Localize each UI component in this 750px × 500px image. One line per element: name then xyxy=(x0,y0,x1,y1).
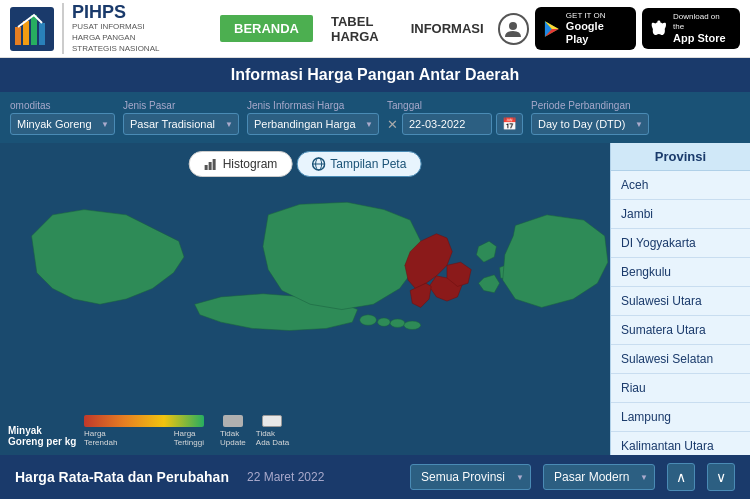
google-play-icon xyxy=(543,20,561,38)
bottom-date-text: 22 Maret 2022 xyxy=(247,470,324,484)
histogram-button[interactable]: Histogram xyxy=(189,151,293,177)
app-store-text: Download on the App Store xyxy=(673,12,732,44)
tanggal-label: Tanggal xyxy=(387,100,523,111)
periode-select-wrapper: Day to Day (DTD) xyxy=(531,113,649,135)
province-item-jambi[interactable]: Jambi xyxy=(611,200,750,229)
map-icon xyxy=(311,157,325,171)
tanggal-filter: Tanggal ✕ 📅 xyxy=(387,100,523,135)
nav-informasi[interactable]: INFORMASI xyxy=(397,15,498,42)
user-profile-button[interactable] xyxy=(498,13,530,45)
province-sidebar-header: Provinsi xyxy=(611,143,750,171)
map-legend: Minyak Goreng per kg HargaTerendah Harga… xyxy=(8,415,289,447)
jenis-pasar-select-wrapper: Pasar Tradisional xyxy=(123,113,239,135)
province-item-riau[interactable]: Riau xyxy=(611,374,750,403)
periode-select[interactable]: Day to Day (DTD) xyxy=(531,113,649,135)
jenis-pasar-label: Jenis Pasar xyxy=(123,100,239,111)
right-area: GET IT ON Google Play Download on the Ap… xyxy=(498,7,740,51)
nav-up-button[interactable]: ∧ xyxy=(667,463,695,491)
jenis-info-select-wrapper: Perbandingan Harga xyxy=(247,113,379,135)
svg-point-5 xyxy=(509,22,517,30)
svg-rect-11 xyxy=(205,165,208,170)
apple-icon xyxy=(650,20,668,38)
jenis-info-label: Jenis Informasi Harga xyxy=(247,100,379,111)
svg-point-20 xyxy=(390,319,405,327)
legend-no-data-box xyxy=(262,415,282,427)
province-bottom-select[interactable]: Semua Provinsi xyxy=(410,464,531,490)
clear-date-button[interactable]: ✕ xyxy=(387,117,398,132)
app-store-badge[interactable]: Download on the App Store xyxy=(642,8,740,48)
bottom-bar: Harga Rata-Rata dan Perubahan 22 Maret 2… xyxy=(0,455,750,499)
legend-gradient xyxy=(84,415,204,427)
legend-bar-area: HargaTerendah HargaTertinggi xyxy=(84,415,204,447)
legend-no-data-label: TidakAda Data xyxy=(256,429,289,447)
komoditas-select-wrapper: Minyak Goreng xyxy=(10,113,115,135)
header: PIHPS PUSAT INFORMASI HARGA PANGAN STRAT… xyxy=(0,0,750,58)
filter-bar: omoditas Minyak Goreng Jenis Pasar Pasar… xyxy=(0,92,750,143)
svg-rect-13 xyxy=(213,159,216,170)
svg-point-18 xyxy=(360,315,377,326)
google-play-badge[interactable]: GET IT ON Google Play xyxy=(535,7,636,51)
tanggal-input-row: ✕ 📅 xyxy=(387,113,523,135)
legend-high-label: HargaTertinggi xyxy=(174,429,204,447)
indonesia-map[interactable] xyxy=(0,143,610,455)
province-sidebar: Provinsi Aceh Jambi DI Yogyakarta Bengku… xyxy=(610,143,750,455)
logo-main-text: PIHPS xyxy=(72,3,159,21)
legend-no-update: TidakUpdate xyxy=(220,415,246,447)
legend-labels: HargaTerendah HargaTertinggi xyxy=(84,429,204,447)
legend-commodity-label: Minyak Goreng per kg xyxy=(8,425,78,447)
svg-point-10 xyxy=(658,20,661,22)
market-bottom-select[interactable]: Pasar Modern xyxy=(543,464,655,490)
province-bottom-select-wrapper: Semua Provinsi xyxy=(410,464,531,490)
histogram-icon xyxy=(204,157,218,171)
logo-text-area: PIHPS PUSAT INFORMASI HARGA PANGAN STRAT… xyxy=(62,3,159,55)
google-play-text: GET IT ON Google Play xyxy=(566,11,628,47)
svg-rect-2 xyxy=(23,21,29,45)
logo-icon xyxy=(10,7,54,51)
svg-rect-4 xyxy=(39,23,45,45)
province-item-kalimantan-utara[interactable]: Kalimantan Utara xyxy=(611,432,750,455)
province-item-sulawesi-utara[interactable]: Sulawesi Utara xyxy=(611,287,750,316)
nav-down-button[interactable]: ∨ xyxy=(707,463,735,491)
calendar-button[interactable]: 📅 xyxy=(496,113,523,135)
jenis-info-filter: Jenis Informasi Harga Perbandingan Harga xyxy=(247,100,379,135)
jenis-pasar-select[interactable]: Pasar Tradisional xyxy=(123,113,239,135)
nav-beranda[interactable]: BERANDA xyxy=(220,15,313,42)
logo-sub-text: PUSAT INFORMASI HARGA PANGAN STRATEGIS N… xyxy=(72,21,159,55)
periode-label: Periode Perbandingan xyxy=(531,100,649,111)
page-title: Informasi Harga Pangan Antar Daerah xyxy=(0,58,750,92)
tanggal-input[interactable] xyxy=(402,113,492,135)
svg-rect-1 xyxy=(15,27,21,45)
legend-no-update-label: TidakUpdate xyxy=(220,429,246,447)
komoditas-label: omoditas xyxy=(10,100,115,111)
map-controls: Histogram Tampilan Peta xyxy=(189,151,422,177)
svg-rect-3 xyxy=(31,15,37,45)
svg-point-21 xyxy=(404,321,421,329)
user-icon xyxy=(504,20,522,38)
province-item-bengkulu[interactable]: Bengkulu xyxy=(611,258,750,287)
main-content: Histogram Tampilan Peta xyxy=(0,143,750,455)
legend-extras: TidakUpdate TidakAda Data xyxy=(220,415,289,447)
komoditas-select[interactable]: Minyak Goreng xyxy=(10,113,115,135)
legend-no-data: TidakAda Data xyxy=(256,415,289,447)
province-item-sulawesi-selatan[interactable]: Sulawesi Selatan xyxy=(611,345,750,374)
nav-area: BERANDA TABEL HARGA INFORMASI xyxy=(220,8,498,50)
province-item-aceh[interactable]: Aceh xyxy=(611,171,750,200)
province-item-sumatera-utara[interactable]: Sumatera Utara xyxy=(611,316,750,345)
map-area: Histogram Tampilan Peta xyxy=(0,143,610,455)
legend-no-update-box xyxy=(223,415,243,427)
nav-tabel-harga[interactable]: TABEL HARGA xyxy=(317,8,393,50)
periode-filter: Periode Perbandingan Day to Day (DTD) xyxy=(531,100,649,135)
jenis-pasar-filter: Jenis Pasar Pasar Tradisional xyxy=(123,100,239,135)
province-item-diy[interactable]: DI Yogyakarta xyxy=(611,229,750,258)
market-bottom-select-wrapper: Pasar Modern xyxy=(543,464,655,490)
legend-low-label: HargaTerendah xyxy=(84,429,117,447)
jenis-info-select[interactable]: Perbandingan Harga xyxy=(247,113,379,135)
logo-area: PIHPS PUSAT INFORMASI HARGA PANGAN STRAT… xyxy=(10,3,220,55)
komoditas-filter: omoditas Minyak Goreng xyxy=(10,100,115,135)
tampilan-peta-button[interactable]: Tampilan Peta xyxy=(296,151,421,177)
svg-point-19 xyxy=(378,318,391,326)
province-item-lampung[interactable]: Lampung xyxy=(611,403,750,432)
bottom-title-text: Harga Rata-Rata dan Perubahan xyxy=(15,469,229,485)
svg-rect-12 xyxy=(209,162,212,170)
